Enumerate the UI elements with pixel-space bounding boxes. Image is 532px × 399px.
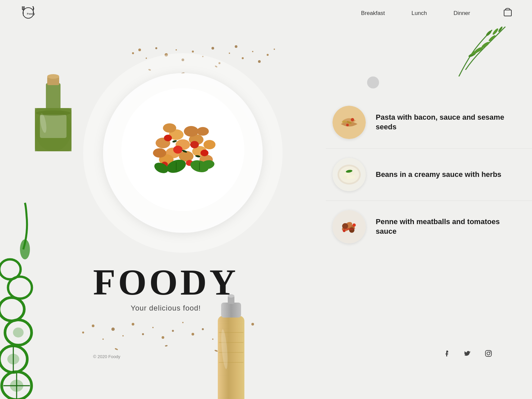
nav-breakfast[interactable]: Breakfast [361,10,385,17]
facebook-icon[interactable] [443,350,450,359]
svg-point-125 [346,124,349,126]
svg-point-58 [192,333,194,335]
svg-rect-8 [504,10,511,16]
svg-point-53 [142,333,144,335]
menu-item-2[interactable]: Penne with meatballs and tomatoes sauce [326,201,532,253]
menu-list: Pasta with bacon, sauce and sesame seeds… [326,96,532,253]
svg-point-90 [200,150,208,156]
svg-point-85 [173,146,183,154]
hero-title: FOODY [93,264,238,301]
svg-point-86 [190,141,199,148]
svg-point-84 [197,127,209,136]
menu-item-name-1: Beans in a creamy sauce with herbs [376,170,501,180]
svg-point-21 [488,35,496,42]
menu-item-1[interactable]: Beans in a creamy sauce with herbs [326,149,532,201]
svg-point-56 [172,330,174,332]
svg-point-112 [20,239,30,259]
menu-item-name-0: Pasta with bacon, sauce and sesame seeds [376,113,512,132]
svg-point-51 [122,335,124,336]
svg-point-124 [351,118,354,121]
pepper-grinder [332,303,372,399]
svg-point-108 [13,328,24,337]
menu-item-thumb-1 [332,158,366,191]
svg-point-111 [0,259,21,279]
svg-point-135 [339,166,359,183]
svg-point-59 [202,328,204,330]
logo-icon: Foody [20,6,37,21]
svg-point-147 [490,351,491,352]
svg-point-81 [153,148,166,158]
svg-point-83 [163,123,176,133]
hero-subtitle: Your delicious food! [93,304,238,313]
slider-indicator [367,76,379,88]
svg-point-141 [342,223,348,229]
svg-rect-12 [46,83,61,110]
svg-point-109 [0,298,24,321]
nav-lunch[interactable]: Lunch [412,10,427,17]
svg-rect-145 [485,350,491,356]
nav: Breakfast Lunch Dinner [361,7,512,19]
svg-point-19 [481,41,490,49]
svg-text:Foody: Foody [27,12,35,15]
svg-rect-113 [218,316,244,399]
menu-item-0[interactable]: Pasta with bacon, sauce and sesame seeds [326,96,532,149]
svg-point-22 [485,30,492,37]
svg-point-52 [132,323,134,326]
logo[interactable]: Foody [20,6,37,21]
svg-point-87 [164,135,172,141]
menu-item-thumb-0 [332,106,366,139]
rosemary-decoration [439,23,512,78]
svg-point-14 [47,74,59,79]
svg-point-65 [115,348,118,350]
instagram-icon[interactable] [485,350,492,359]
svg-point-48 [92,325,94,327]
plate-svg [66,37,299,269]
social-bar [443,350,492,359]
hero-text-block: FOODY Your delicious food! [93,264,238,313]
twitter-icon[interactable] [464,350,471,359]
svg-point-142 [349,227,354,233]
nav-dinner[interactable]: Dinner [454,10,470,17]
svg-point-144 [343,229,345,232]
svg-point-57 [182,322,184,323]
menu-item-name-2: Penne with meatballs and tomatoes sauce [376,217,512,236]
copyright: © 2020 Foody [93,354,120,359]
svg-point-82 [203,140,215,149]
svg-point-78 [184,126,199,137]
svg-point-146 [487,352,490,355]
svg-point-143 [352,223,356,227]
svg-point-47 [82,332,84,333]
svg-point-49 [102,338,104,340]
plate-container [66,37,299,269]
svg-point-66 [165,345,168,346]
cart-icon[interactable] [503,7,512,19]
header: Foody Breakfast Lunch Dinner [0,0,532,27]
svg-point-54 [152,327,154,328]
svg-point-50 [111,328,115,331]
svg-point-17 [36,110,70,116]
svg-point-55 [162,336,164,339]
menu-item-thumb-2 [332,210,366,243]
